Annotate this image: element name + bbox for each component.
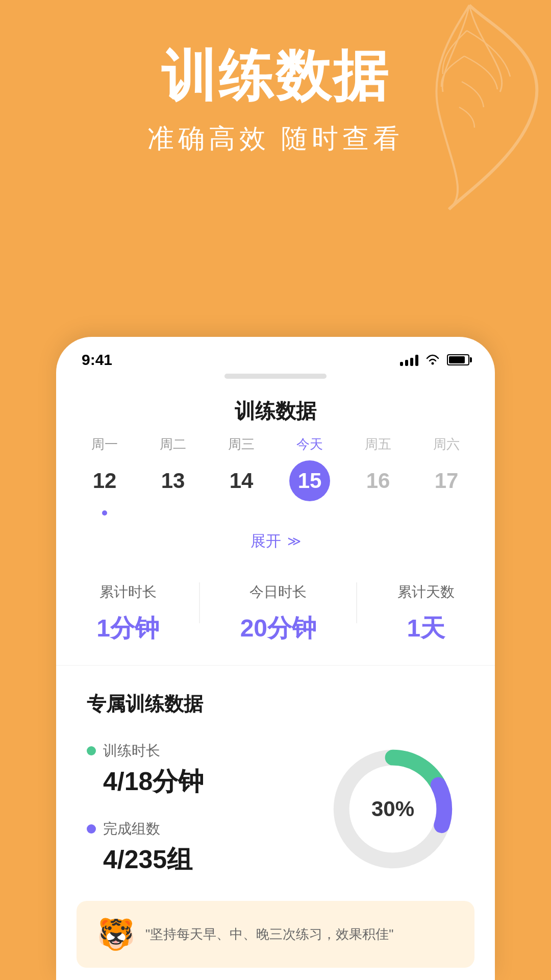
stat-value-today: 20分钟 <box>240 612 316 645</box>
donut-center-label: 30% <box>371 797 414 821</box>
dynamic-island <box>56 374 495 379</box>
expand-chevron-icon: ≫ <box>287 533 301 549</box>
stat-label-cumulative: 累计时长 <box>99 582 157 602</box>
metric-dot-purple <box>87 824 96 834</box>
expand-button[interactable]: 展开 ≫ <box>82 531 469 552</box>
stat-label-days: 累计天数 <box>397 582 455 602</box>
stat-value-days: 1天 <box>407 612 445 645</box>
signal-icon <box>400 354 418 366</box>
metric-label-duration: 训练时长 <box>103 741 160 761</box>
stat-divider-1 <box>199 582 200 623</box>
metric-dot-green <box>87 746 96 755</box>
donut-chart: 30% <box>321 738 464 880</box>
day-number-tue: 13 <box>153 460 193 501</box>
training-data-section: 训练时长 4/18分钟 完成组数 4/235组 <box>56 732 495 886</box>
status-time: 9:41 <box>82 351 112 369</box>
day-label-sat: 周六 <box>433 435 460 453</box>
day-number-sat: 17 <box>426 460 467 501</box>
stat-cumulative-duration: 累计时长 1分钟 <box>96 582 159 645</box>
svg-point-0 <box>432 362 434 365</box>
metric-duration: 训练时长 4/18分钟 <box>87 741 204 799</box>
metric-value-sets: 4/235组 <box>103 843 204 877</box>
day-label-wed: 周三 <box>228 435 255 453</box>
mascot-icon: 🐯 <box>97 916 135 952</box>
status-icons <box>400 354 469 366</box>
metric-label-sets: 完成组数 <box>103 819 160 839</box>
wifi-icon <box>425 354 440 365</box>
expand-label: 展开 <box>251 531 281 552</box>
day-label-fri: 周五 <box>365 435 391 453</box>
day-dot-mon <box>102 510 107 516</box>
metric-value-duration: 4/18分钟 <box>103 765 204 799</box>
stat-label-today: 今日时长 <box>249 582 307 602</box>
day-label-mon: 周一 <box>91 435 118 453</box>
day-number-today: 15 <box>289 460 330 501</box>
calendar-strip: 周一 12 周二 13 周三 14 今天 15 周五 16 <box>56 435 495 552</box>
calendar-days: 周一 12 周二 13 周三 14 今天 15 周五 16 <box>82 435 469 516</box>
stats-row: 累计时长 1分钟 今日时长 20分钟 累计天数 1天 <box>56 552 495 666</box>
day-item-fri[interactable]: 周五 16 <box>355 435 401 501</box>
metric-sets: 完成组数 4/235组 <box>87 819 204 877</box>
phone-mockup: 9:41 训练数据 <box>56 337 495 980</box>
page-title: 训练数据 <box>56 397 495 425</box>
section-title-training: 专属训练数据 <box>56 666 495 732</box>
stat-cumulative-days: 累计天数 1天 <box>397 582 455 645</box>
day-item-tue[interactable]: 周二 13 <box>150 435 196 501</box>
status-bar: 9:41 <box>56 337 495 369</box>
quote-text: "坚持每天早、中、晚三次练习，效果积佳" <box>145 925 454 943</box>
day-label-tue: 周二 <box>160 435 186 453</box>
day-number-fri: 16 <box>358 460 398 501</box>
stat-value-cumulative: 1分钟 <box>96 612 159 645</box>
day-number-wed: 14 <box>221 460 262 501</box>
day-item-sat[interactable]: 周六 17 <box>423 435 469 501</box>
stat-divider-2 <box>356 582 357 623</box>
day-item-today[interactable]: 今天 15 <box>287 435 333 501</box>
header-subtitle: 准确高效 随时查看 <box>0 121 551 157</box>
training-metrics: 训练时长 4/18分钟 完成组数 4/235组 <box>87 741 204 877</box>
day-item-mon[interactable]: 周一 12 <box>82 435 128 516</box>
day-item-wed[interactable]: 周三 14 <box>218 435 264 501</box>
day-number-mon: 12 <box>84 460 125 501</box>
bottom-quote: 🐯 "坚持每天早、中、晚三次练习，效果积佳" <box>77 901 474 968</box>
day-label-today: 今天 <box>296 435 323 453</box>
header-area: 训练数据 准确高效 随时查看 <box>0 0 551 187</box>
header-title: 训练数据 <box>0 46 551 107</box>
stat-today-duration: 今日时长 20分钟 <box>240 582 316 645</box>
battery-icon <box>447 354 469 365</box>
